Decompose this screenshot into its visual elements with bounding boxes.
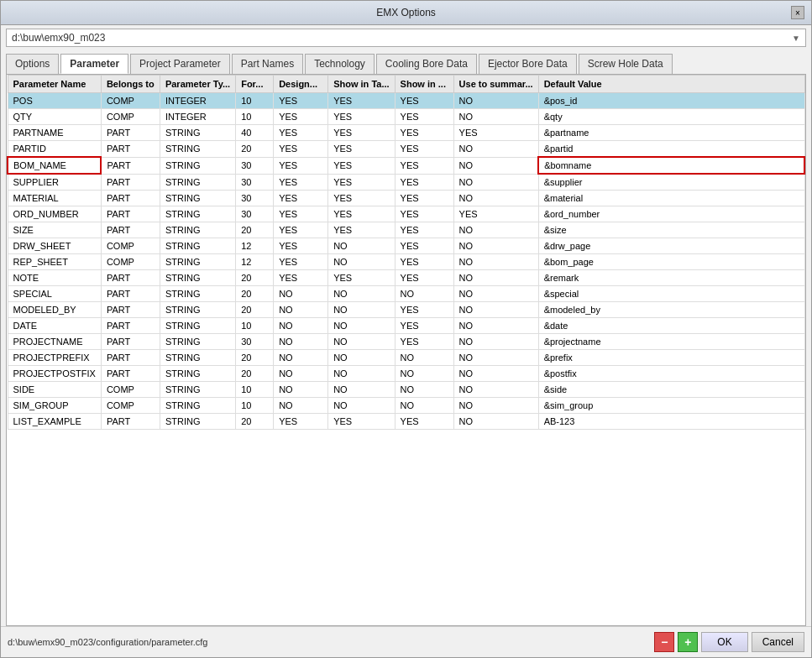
table-container[interactable]: Parameter Name Belongs to Parameter Ty..… <box>7 75 805 625</box>
table-row[interactable]: DRW_SHEETCOMPSTRING12YESNOYESNO&drw_page <box>8 238 804 254</box>
tab-cooling-bore-data[interactable]: Cooling Bore Data <box>376 54 477 74</box>
table-row[interactable]: LIST_EXAMPLEPARTSTRING20YESYESYESNOAB-12… <box>8 414 804 430</box>
col-header-type: Parameter Ty... <box>160 76 235 93</box>
main-window: EMX Options × d:\buw\emx90_m023 ▼ Option… <box>0 0 812 658</box>
window-title: EMX Options <box>21 7 791 18</box>
path-dropdown-icon[interactable]: ▼ <box>792 34 800 43</box>
col-header-usesum: Use to summar... <box>453 76 538 93</box>
table-row[interactable]: PARTIDPARTSTRING20YESYESYESNO&partid <box>8 141 804 158</box>
main-content: Parameter Name Belongs to Parameter Ty..… <box>6 74 806 626</box>
col-header-belongs: Belongs to <box>101 76 160 93</box>
table-row[interactable]: MATERIALPARTSTRING30YESYESYESNO&material <box>8 191 804 206</box>
table-row[interactable]: POSCOMPINTEGER10YESYESYESNO&pos_id <box>8 93 804 109</box>
table-row[interactable]: SIZEPARTSTRING20YESYESYESNO&size <box>8 222 804 238</box>
close-button[interactable]: × <box>791 6 804 19</box>
table-row[interactable]: SPECIALPARTSTRING20NONONONO&special <box>8 286 804 302</box>
table-row[interactable]: DATEPARTSTRING10NONOYESNO&date <box>8 318 804 334</box>
table-header-row: Parameter Name Belongs to Parameter Ty..… <box>8 76 804 93</box>
title-bar: EMX Options × <box>1 1 811 25</box>
col-header-showtab: Show in Ta... <box>328 76 395 93</box>
tab-screw-hole-data[interactable]: Screw Hole Data <box>579 54 673 74</box>
bottom-bar: d:\buw\emx90_m023/configuration/paramete… <box>1 626 811 657</box>
remove-button[interactable]: − <box>654 632 674 652</box>
tab-ejector-bore-data[interactable]: Ejector Bore Data <box>479 54 577 74</box>
col-header-default: Default Value <box>538 76 804 93</box>
table-row[interactable]: MODELED_BYPARTSTRING20NONOYESNO&modeled_… <box>8 302 804 318</box>
table-row[interactable]: PROJECTNAMEPARTSTRING30NONOYESNO&project… <box>8 334 804 350</box>
bottom-buttons: − + OK Cancel <box>654 632 804 652</box>
ok-button[interactable]: OK <box>701 632 747 652</box>
table-row[interactable]: REP_SHEETCOMPSTRING12YESNOYESNO&bom_page <box>8 254 804 270</box>
col-header-design: Design... <box>274 76 328 93</box>
table-row[interactable]: SIDECOMPSTRING10NONONONO&side <box>8 382 804 398</box>
tab-part-names[interactable]: Part Names <box>232 54 303 74</box>
table-row[interactable]: PARTNAMEPARTSTRING40YESYESYESYES&partnam… <box>8 125 804 141</box>
add-button[interactable]: + <box>678 632 698 652</box>
table-row[interactable]: SIM_GROUPCOMPSTRING10NONONONO&sim_group <box>8 398 804 414</box>
tabs-row: Options Parameter Project Parameter Part… <box>1 50 811 74</box>
col-header-showin: Show in ... <box>395 76 453 93</box>
table-row[interactable]: PROJECTPREFIXPARTSTRING20NONONONO&prefix <box>8 350 804 366</box>
col-header-name: Parameter Name <box>8 76 101 93</box>
path-text: d:\buw\emx90_m023 <box>12 32 105 44</box>
table-row[interactable]: BOM_NAMEPARTSTRING30YESYESYESNO&bomname <box>8 157 804 174</box>
path-bar: d:\buw\emx90_m023 ▼ <box>6 29 806 47</box>
table-row[interactable]: NOTEPARTSTRING20YESYESYESNO&remark <box>8 270 804 286</box>
tab-parameter[interactable]: Parameter <box>60 54 128 74</box>
table-row[interactable]: ORD_NUMBERPARTSTRING30YESYESYESYES&ord_n… <box>8 206 804 222</box>
table-row[interactable]: PROJECTPOSTFIXPARTSTRING20NONONONO&postf… <box>8 366 804 382</box>
tab-project-parameter[interactable]: Project Parameter <box>130 54 230 74</box>
bottom-path-text: d:\buw\emx90_m023/configuration/paramete… <box>8 637 207 647</box>
table-row[interactable]: SUPPLIERPARTSTRING30YESYESYESNO&supplier <box>8 174 804 191</box>
table-row[interactable]: QTYCOMPINTEGER10YESYESYESNO&qty <box>8 109 804 125</box>
tab-technology[interactable]: Technology <box>305 54 375 74</box>
col-header-format: For... <box>236 76 274 93</box>
tab-options[interactable]: Options <box>6 54 59 74</box>
parameters-table: Parameter Name Belongs to Parameter Ty..… <box>7 75 805 430</box>
cancel-button[interactable]: Cancel <box>752 632 804 652</box>
